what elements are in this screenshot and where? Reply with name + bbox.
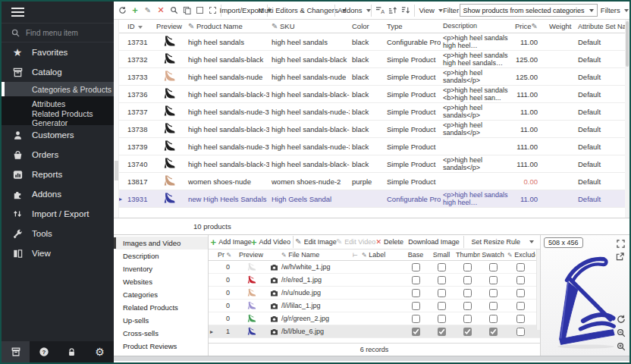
exclude-checkbox[interactable] [516, 276, 525, 284]
sidebar-item-orders[interactable]: Orders [2, 145, 114, 165]
swatch-checkbox[interactable] [489, 263, 498, 271]
sidebar-subitem[interactable]: Related Products Generator [2, 111, 114, 125]
grid-vertical-scrollbar[interactable] [625, 20, 629, 218]
sidebar-item-view[interactable]: View [2, 243, 114, 263]
add-image-button[interactable]: + Add Image [212, 235, 250, 249]
delete-product-button[interactable]: ✕ [155, 4, 167, 17]
copy-button[interactable] [181, 4, 193, 17]
gear-icon[interactable]: ⚙ [86, 341, 114, 362]
images-toolbar-more-button[interactable] [525, 235, 537, 249]
column-header-small[interactable]: Small [429, 251, 454, 259]
detail-tab[interactable]: Websites [114, 275, 208, 288]
base-checkbox[interactable] [412, 289, 420, 297]
product-row[interactable]: 13736 high heel sandals-black-36 high he… [119, 86, 625, 103]
swatch-checkbox[interactable] [489, 328, 498, 336]
add-product-button[interactable]: + [129, 4, 141, 17]
thumbnail-checkbox[interactable] [463, 263, 472, 271]
edit-product-button[interactable]: ✎ [142, 4, 154, 17]
base-checkbox[interactable] [412, 263, 420, 271]
view-menu[interactable]: View [417, 4, 443, 17]
column-header-type[interactable]: Type [385, 22, 441, 30]
swatch-checkbox[interactable] [489, 276, 498, 284]
addons-menu[interactable]: Addons [337, 4, 369, 17]
column-header-label[interactable]: ✎ Label [360, 251, 403, 259]
sidebar-item-catalog[interactable]: Catalog [2, 62, 114, 82]
download-image-button[interactable]: Download Image [405, 235, 460, 249]
exclude-checkbox[interactable] [516, 263, 525, 271]
small-checkbox[interactable] [438, 276, 446, 284]
column-header-weight[interactable]: Weight [547, 22, 576, 30]
base-checkbox[interactable] [412, 302, 420, 310]
image-row[interactable]: 0 /n/u/nude.jpg [209, 287, 540, 300]
sidebar-item-import-export[interactable]: Import / Export [2, 204, 114, 224]
product-row[interactable]: 13732 high heel sandals-black high heel … [119, 51, 625, 68]
column-header-price[interactable]: Price✎ [512, 22, 547, 30]
swatch-checkbox[interactable] [489, 315, 498, 323]
small-checkbox[interactable] [438, 302, 446, 310]
column-header-product-name[interactable]: ✎ Product Name [186, 22, 269, 30]
image-row[interactable]: 0 /l/i/lilac_1.jpg [209, 300, 540, 312]
column-header-description[interactable]: Description [441, 22, 512, 30]
image-row[interactable]: 0 /w/h/white_1.jpg [209, 261, 540, 274]
search-button[interactable] [168, 4, 180, 17]
lock-icon[interactable] [58, 341, 86, 362]
fullscreen-icon[interactable] [616, 239, 626, 249]
image-row[interactable]: 1 /b/l/blue_6.jpg [209, 325, 540, 338]
open-external-icon[interactable] [615, 252, 625, 262]
base-checkbox[interactable] [412, 315, 420, 323]
column-header-base[interactable]: Base [403, 251, 429, 259]
zoom-in-icon[interactable] [616, 341, 626, 351]
multi-editors-menu[interactable]: Multi Editors & Changers [270, 4, 332, 17]
thumbnail-checkbox[interactable] [463, 328, 472, 336]
thumbnail-checkbox[interactable] [463, 276, 472, 284]
sidebar-item-tools[interactable]: Tools [2, 224, 114, 243]
swatch-checkbox[interactable] [489, 289, 498, 297]
sidebar-item-addons[interactable]: Addons [2, 184, 114, 204]
zoom-out-icon[interactable] [616, 328, 626, 337]
detail-tab[interactable]: Up-sells [114, 314, 208, 327]
thumbnail-checkbox[interactable] [463, 289, 472, 297]
product-row[interactable]: 13733 high heel sandals-nude high heel s… [119, 68, 625, 86]
exclude-checkbox[interactable] [516, 328, 525, 336]
base-checkbox[interactable] [412, 328, 420, 336]
filter-az-button[interactable]: A [374, 4, 386, 17]
sidebar-subitem[interactable]: Categories & Products [2, 82, 114, 96]
column-header-thumbnail[interactable]: Thumbna [454, 251, 480, 259]
base-checkbox[interactable] [412, 276, 420, 284]
menu-search-input[interactable] [26, 29, 102, 37]
detail-tab[interactable]: Categories [114, 288, 208, 301]
detail-tab[interactable]: Images and Video [114, 237, 208, 249]
small-checkbox[interactable] [438, 289, 446, 297]
sort-desc-button[interactable] [400, 4, 412, 17]
refresh-button[interactable] [116, 4, 128, 17]
set-resize-rule-button[interactable]: Set Resize Rule [467, 235, 522, 249]
help-button[interactable]: ? [30, 341, 58, 362]
column-header-position[interactable]: Pr ✎ [216, 251, 234, 259]
filter-flag-icon[interactable]: ⊢ [351, 252, 360, 259]
product-row[interactable]: 13738 high heel sandals-black-37 high he… [119, 121, 625, 138]
edit-image-button[interactable]: ✎ Edit Image [297, 235, 336, 249]
exclude-checkbox[interactable] [516, 302, 525, 310]
column-header-attribute-set[interactable]: Attribute Set Name [576, 23, 627, 30]
product-row[interactable]: 13739 high heel sandals-nude-37 high hee… [119, 138, 625, 155]
sidebar-item-customers[interactable]: Customers [2, 125, 114, 145]
column-header-swatch[interactable]: Swatch [480, 251, 506, 259]
detail-tab[interactable]: Related Products [114, 301, 208, 314]
sort-asc-button[interactable] [387, 4, 399, 17]
paste-special-button[interactable] [206, 4, 218, 17]
column-header-file-name[interactable]: ✎ File Name [280, 251, 351, 259]
detail-tab[interactable]: Product Reviews [114, 340, 208, 353]
product-row[interactable]: 13737 high heel sandals-nude-36 high hee… [119, 103, 625, 121]
thumbnail-checkbox[interactable] [463, 302, 472, 310]
small-checkbox[interactable] [438, 315, 446, 323]
sidebar-item-favorites[interactable]: ★ Favorites [2, 42, 114, 62]
product-row[interactable]: 13817 women shoes-nude women shoes-nude-… [119, 173, 625, 190]
detail-tab[interactable]: Description [114, 249, 208, 262]
hamburger-menu-button[interactable] [2, 2, 114, 23]
image-row[interactable]: 0 /r/e/red_1.jpg [209, 274, 540, 287]
rotate-icon[interactable] [616, 314, 626, 324]
sidebar-item-reports[interactable]: Reports [2, 165, 114, 184]
column-header-image-preview[interactable]: Preview [234, 251, 268, 259]
checkbox-select-button[interactable] [193, 4, 206, 17]
product-row[interactable]: 13740 high heel sandals-black-38 high he… [119, 155, 625, 173]
